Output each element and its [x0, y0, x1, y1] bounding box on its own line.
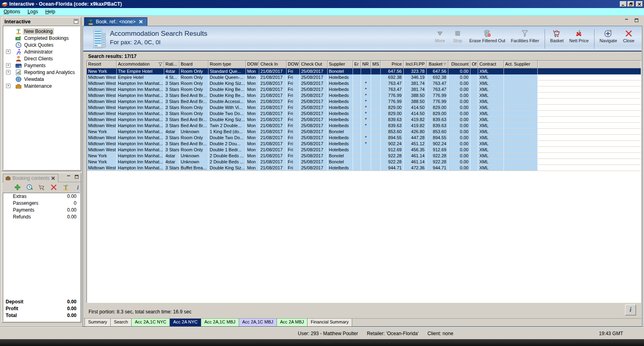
table-row[interactable]: Midtown WestHampton Inn Manhat...3 Stars… [87, 165, 641, 171]
menu-item-help[interactable]: Help [41, 8, 59, 15]
statusbar-clock: 19:43 GMT [599, 331, 623, 336]
column-header-of[interactable]: Of [471, 61, 478, 68]
tab-acc-2a-mbj[interactable]: Acc 2A MBJ [277, 319, 308, 327]
table-cell: Midtown West [87, 86, 117, 93]
sidebar-item-reporting-and-analytics[interactable]: +Reporting and Analytics [3, 69, 80, 76]
panel-minimize-icon[interactable] [66, 174, 72, 179]
column-header-nr[interactable]: NR [361, 61, 371, 68]
expand-icon[interactable]: + [6, 84, 10, 88]
column-header-price[interactable]: Price [381, 61, 404, 68]
table-cell [504, 80, 538, 86]
table-row[interactable]: Midtown WestHampton Inn Manhat...3 Stars… [87, 147, 641, 153]
tab-financial-summary[interactable]: Financial Summary [307, 319, 352, 327]
tab-acc-2a-1c-nyc[interactable]: Acc 2A,1C NYC [131, 319, 170, 327]
filter-funnel-icon[interactable] [158, 62, 163, 66]
refresh-clock-icon[interactable] [26, 184, 33, 191]
add-icon[interactable] [14, 184, 21, 191]
table-row[interactable]: Midtown WestHampton Inn Manhat...3 Stars… [87, 117, 641, 123]
table-row[interactable]: New YorkThe Empire Hotel4starRoom OnlySt… [87, 68, 641, 74]
restore-button[interactable] [627, 1, 634, 7]
sidebar-item-viewdata[interactable]: Viewdata [3, 76, 80, 82]
expand-icon[interactable]: + [6, 70, 10, 74]
column-header-ms[interactable]: MS [371, 61, 381, 68]
booking-contents-tab[interactable]: Booking contents [3, 174, 58, 182]
tab-search[interactable]: Search [110, 319, 132, 327]
column-header-act-supplier[interactable]: Act. Supplier [504, 61, 538, 68]
sidebar-item-completed-bookings[interactable]: Completed Bookings [3, 35, 80, 41]
table-row[interactable]: Midtown WestHampton Inn Manhat...3 Stars… [87, 135, 641, 141]
column-header-label: Contract [479, 62, 496, 66]
column-header-check-out[interactable]: Check Out [300, 61, 328, 68]
menu-item-logs[interactable]: Logs [24, 8, 41, 15]
table-row[interactable]: New YorkHampton Inn Manhat...4starUnknow… [87, 153, 641, 159]
close-window-button[interactable] [636, 1, 643, 7]
table-row[interactable]: Midtown WestHampton Inn Manhat...3 Stars… [87, 123, 641, 129]
island-icon[interactable] [62, 184, 69, 191]
table-row[interactable]: New YorkHampton Inn Manhat...4starUnknow… [87, 159, 641, 165]
table-row[interactable]: Midtown WestHampton Inn Manhat...3 Stars… [87, 141, 641, 147]
sidebar-item-quick-quotes[interactable]: Quick Quotes [3, 41, 80, 48]
delete-icon[interactable] [50, 184, 57, 191]
sidebar-item-administrator[interactable]: +Administrator [3, 48, 80, 55]
tab-acc-2a-1c-mbj[interactable]: Acc 2A,1C MBJ [201, 319, 239, 327]
stop-button[interactable]: Stop [449, 29, 466, 43]
table-row[interactable]: Midtown WestEmpire Hotel4 St...Room Only… [87, 74, 641, 80]
expand-icon[interactable]: + [6, 49, 10, 54]
info-button[interactable]: i [625, 305, 636, 315]
column-header-incl-fl-pp[interactable]: Incl.Fl.PP [404, 61, 427, 68]
column-header-label: Er [354, 62, 359, 66]
totals-row: Total0.00 [3, 313, 80, 319]
table-row[interactable]: Midtown WestHampton Inn Manhat...3 Stars… [87, 99, 641, 105]
table-row[interactable]: New YorkHampton Inn Manhat...4starUnknow… [87, 129, 641, 135]
close-button[interactable]: Close [620, 29, 638, 43]
column-header-board[interactable]: Board [180, 61, 208, 68]
column-header-dow[interactable]: DOW [246, 61, 259, 68]
table-row[interactable]: Midtown WestHampton Inn Manhat...3 Stars… [87, 93, 641, 99]
close-tab-icon[interactable] [139, 19, 144, 24]
column-header-rati[interactable]: Rati... [164, 61, 180, 68]
stop-icon [454, 29, 462, 37]
column-header-supplier[interactable]: Supplier [328, 61, 353, 68]
cart-go-icon[interactable] [38, 184, 45, 191]
sidebar-item-direct-clients[interactable]: Direct Clients [3, 55, 80, 62]
sidebar-item-new-booking[interactable]: New Booking [3, 28, 80, 35]
close-tab-icon[interactable] [51, 176, 56, 181]
panel-minimize-icon[interactable] [624, 18, 630, 23]
column-header-contract[interactable]: Contract [478, 61, 504, 68]
column-header-check-in[interactable]: Check In [259, 61, 287, 68]
column-header-basket[interactable]: Basket [427, 61, 448, 68]
tab-summary[interactable]: Summary [85, 319, 111, 327]
table-row[interactable]: Midtown WestHampton Inn Manhat...3 Stars… [87, 105, 641, 111]
tab-acc-2a-nyc[interactable]: Acc 2A NYC [169, 319, 201, 327]
menu-item-options[interactable]: Options [0, 8, 24, 15]
table-row[interactable]: Midtown WestHampton Inn Manhat...3 Stars… [87, 111, 641, 117]
table-row[interactable]: Midtown WestHampton Inn Manhat...3 Stars… [87, 86, 641, 93]
table-cell [361, 165, 371, 171]
sidebar-item-payments[interactable]: +$Payments [3, 62, 80, 69]
panel-maximize-icon[interactable] [634, 18, 639, 23]
table-cell [371, 165, 381, 171]
navigate-button[interactable]: Navigate [597, 29, 620, 43]
table-cell: 1 King Bed (do... [208, 129, 246, 135]
more-button[interactable]: More [431, 29, 449, 43]
expand-icon[interactable]: + [6, 63, 10, 68]
column-header-dow[interactable]: DOW [287, 61, 300, 68]
table-row[interactable]: Midtown WestHampton Inn Manhat...3 Stars… [87, 80, 641, 86]
sidebar-item-maintenance[interactable]: +Maintenance [3, 82, 80, 89]
facilities-filter-button[interactable]: Facilities Filter [508, 29, 542, 43]
column-header-room-type[interactable]: Room type [208, 61, 246, 68]
column-header-er[interactable]: Er [353, 61, 361, 68]
nett-price-button[interactable]: Nett Price [566, 29, 591, 43]
panel-collapse-icon[interactable] [73, 19, 79, 24]
minimize-button[interactable] [620, 1, 627, 7]
column-header-resort[interactable]: Resort [87, 61, 117, 68]
erase-filtered-out-button[interactable]: Erase Filtered Out [466, 29, 508, 43]
column-header-discount[interactable]: Discount [448, 61, 471, 68]
tab-acc-2a-1c-mbj[interactable]: Acc 2A,1C MBJ [239, 319, 277, 327]
panel-maximize-icon[interactable] [74, 174, 79, 179]
info-icon[interactable]: i [74, 184, 81, 191]
basket-button[interactable]: Basket [547, 29, 567, 43]
booking-ref-tab[interactable]: Book. ref.: <none> [84, 17, 147, 26]
table-cell [371, 99, 381, 105]
column-header-accommodation[interactable]: Accommodation [117, 61, 164, 68]
